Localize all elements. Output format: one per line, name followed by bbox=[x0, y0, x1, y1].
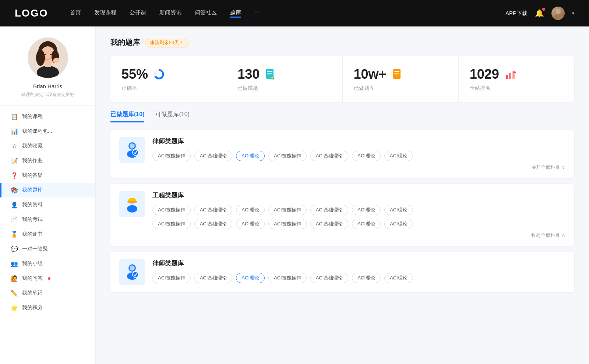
sidebar-item-group[interactable]: 👥 我的小组 bbox=[0, 256, 95, 271]
nav-news[interactable]: 新闻资讯 bbox=[159, 9, 181, 18]
stat-done-questions: 130 已做试题 bbox=[226, 56, 342, 102]
sidebar-item-exam[interactable]: 📄 我的考试 bbox=[0, 212, 95, 227]
tag-6[interactable]: ACI理论 bbox=[384, 151, 413, 161]
favorites-icon: ☆ bbox=[11, 143, 18, 149]
l2-tag-1[interactable]: ACI基础理论 bbox=[194, 273, 233, 283]
subject-tags-engineer-row1: ACI技能操作 ACI基础理论 ACI理论 ACI技能操作 ACI基础理论 AC… bbox=[152, 205, 565, 215]
svg-point-13 bbox=[156, 71, 162, 78]
svg-rect-19 bbox=[393, 69, 401, 79]
sidebar-item-profile[interactable]: 👤 我的资料 bbox=[0, 197, 95, 212]
eng-tag-4[interactable]: ACI基础理论 bbox=[310, 205, 349, 215]
homework-icon: 📝 bbox=[11, 157, 18, 164]
eng-tag-2[interactable]: ACI理论 bbox=[236, 205, 265, 215]
stat-label-correct-rate: 正确率 bbox=[121, 85, 215, 92]
subject-name-lawyer-2: 律师类题库 bbox=[152, 259, 565, 268]
stat-rank: 1029 全站排名 bbox=[459, 56, 574, 102]
svg-rect-16 bbox=[267, 73, 272, 74]
nav-qa[interactable]: 问答社区 bbox=[195, 9, 217, 18]
tag-5[interactable]: ACI理论 bbox=[352, 151, 381, 161]
collapse-engineer[interactable]: 收起全部科目 ∧ bbox=[152, 232, 565, 239]
nav-open-course[interactable]: 公开课 bbox=[130, 9, 146, 18]
tag-3[interactable]: ACI技能操作 bbox=[268, 151, 307, 161]
subject-card-inner: 律师类题库 ACI技能操作 ACI基础理论 ACI理论 ACI技能操作 ACI基… bbox=[119, 137, 565, 171]
tabs-row: 已做题库(10) 可做题库(10) bbox=[110, 111, 574, 122]
eng-tag2-5[interactable]: ACI理论 bbox=[352, 219, 381, 229]
sidebar-item-course[interactable]: 📋 我的课程 bbox=[0, 109, 95, 124]
sidebar-item-bank[interactable]: 📚 我的题库 bbox=[0, 183, 95, 197]
eng-tag-6[interactable]: ACI理论 bbox=[384, 205, 413, 215]
nav-home[interactable]: 首页 bbox=[70, 9, 81, 18]
sidebar-item-course-pack[interactable]: 📊 我的课程包... bbox=[0, 124, 95, 139]
eng-tag-5[interactable]: ACI理论 bbox=[352, 205, 381, 215]
sidebar-item-label: 我的收藏 bbox=[22, 143, 43, 149]
doc-teal-icon bbox=[264, 68, 277, 81]
tag-1[interactable]: ACI基础理论 bbox=[194, 151, 233, 161]
sidebar-profile: Brian Harris 错误的决定比没有决定要好 bbox=[0, 38, 95, 106]
sidebar-item-label: 我的答疑 bbox=[22, 172, 43, 179]
stat-correct-rate: 55% 正确率 bbox=[110, 56, 226, 102]
svg-rect-22 bbox=[394, 75, 398, 75]
sidebar-menu: 📋 我的课程 📊 我的课程包... ☆ 我的收藏 📝 我的作业 ❓ 我的答疑 📚 bbox=[0, 109, 95, 315]
expand-lawyer-1[interactable]: 展开全部科目 ∨ bbox=[152, 164, 565, 171]
sidebar-item-questions[interactable]: 🙋 我的问答 bbox=[0, 271, 95, 286]
tab-available-bank[interactable]: 可做题库(10) bbox=[155, 111, 189, 122]
sidebar-item-homework[interactable]: 📝 我的作业 bbox=[0, 153, 95, 168]
questions-icon: 🙋 bbox=[11, 275, 18, 282]
subject-card-lawyer-2: 律师类题库 ACI技能操作 ACI基础理论 ACI理论 ACI技能操作 ACI基… bbox=[110, 252, 574, 292]
nav-bank[interactable]: 题库 bbox=[230, 9, 241, 18]
eng-tag2-0[interactable]: ACI技能操作 bbox=[152, 219, 191, 229]
subject-tags-lawyer-2: ACI技能操作 ACI基础理论 ACI理论 ACI技能操作 ACI基础理论 AC… bbox=[152, 273, 565, 283]
sidebar-item-notes[interactable]: ✏️ 我的笔记 bbox=[0, 286, 95, 300]
certificate-icon: 🏅 bbox=[11, 231, 18, 238]
l2-tag-0[interactable]: ACI技能操作 bbox=[152, 273, 191, 283]
course-icon: 📋 bbox=[11, 113, 18, 120]
subject-tags-engineer-row2: ACI技能操作 ACI基础理论 ACI理论 ACI技能操作 ACI基础理论 AC… bbox=[152, 219, 565, 229]
l2-tag-3[interactable]: ACI技能操作 bbox=[268, 273, 307, 283]
l2-tag-5[interactable]: ACI理论 bbox=[352, 273, 381, 283]
svg-point-10 bbox=[50, 54, 52, 55]
l2-tag-6[interactable]: ACI理论 bbox=[384, 273, 413, 283]
tag-2[interactable]: ACI理论 bbox=[236, 151, 265, 161]
stat-top: 1029 bbox=[470, 67, 563, 82]
l2-tag-4[interactable]: ACI基础理论 bbox=[310, 273, 349, 283]
sidebar-item-qa[interactable]: ❓ 我的答疑 bbox=[0, 168, 95, 183]
app-download-button[interactable]: APP下载 bbox=[505, 10, 528, 17]
sidebar-item-points[interactable]: 🌟 我的积分 bbox=[0, 300, 95, 315]
sidebar-item-label: 我的课程 bbox=[22, 113, 43, 120]
stat-label-done-questions: 已做试题 bbox=[237, 85, 331, 92]
eng-tag-3[interactable]: ACI技能操作 bbox=[268, 205, 307, 215]
tag-4[interactable]: ACI基础理论 bbox=[310, 151, 349, 161]
eng-tag2-6[interactable]: ACI理论 bbox=[384, 219, 413, 229]
sidebar-item-label: 我的证书 bbox=[22, 231, 43, 238]
tag-0[interactable]: ACI技能操作 bbox=[152, 151, 191, 161]
subject-card-engineer: 工程类题库 ACI技能操作 ACI基础理论 ACI理论 ACI技能操作 ACI基… bbox=[110, 184, 574, 246]
sidebar-item-favorites[interactable]: ☆ 我的收藏 bbox=[0, 139, 95, 153]
nav-more[interactable]: ··· bbox=[254, 9, 259, 18]
sidebar-item-label: 我的作业 bbox=[22, 157, 43, 164]
chart-red-icon bbox=[504, 68, 517, 81]
eng-tag2-2[interactable]: ACI理论 bbox=[236, 219, 265, 229]
subject-tags-lawyer-1: ACI技能操作 ACI基础理论 ACI理论 ACI技能操作 ACI基础理论 AC… bbox=[152, 151, 565, 161]
svg-rect-32 bbox=[127, 201, 137, 203]
sidebar-item-one-on-one[interactable]: 💬 一对一答疑 bbox=[0, 242, 95, 256]
nav-discover[interactable]: 发现课程 bbox=[94, 9, 116, 18]
eng-tag2-3[interactable]: ACI技能操作 bbox=[268, 219, 307, 229]
profile-icon: 👤 bbox=[11, 201, 18, 208]
sidebar-item-label: 我的小组 bbox=[22, 260, 43, 267]
eng-tag2-4[interactable]: ACI基础理论 bbox=[310, 219, 349, 229]
sidebar-item-certificate[interactable]: 🏅 我的证书 bbox=[0, 227, 95, 242]
sidebar-avatar bbox=[28, 38, 68, 78]
one-on-one-icon: 💬 bbox=[11, 246, 18, 252]
eng-tag-1[interactable]: ACI基础理论 bbox=[194, 205, 233, 215]
navbar-right: APP下载 🔔 ▾ bbox=[505, 7, 574, 20]
notification-bell[interactable]: 🔔 bbox=[535, 9, 544, 18]
eng-tag-0[interactable]: ACI技能操作 bbox=[152, 205, 191, 215]
user-dropdown-arrow[interactable]: ▾ bbox=[572, 11, 574, 16]
avatar[interactable] bbox=[551, 7, 565, 20]
svg-rect-20 bbox=[394, 71, 399, 72]
eng-tag2-1[interactable]: ACI基础理论 bbox=[194, 219, 233, 229]
l2-tag-2[interactable]: ACI理论 bbox=[236, 273, 265, 283]
questions-dot bbox=[48, 277, 50, 280]
avatar-image bbox=[551, 7, 565, 20]
tab-done-bank[interactable]: 已做题库(10) bbox=[110, 111, 144, 122]
